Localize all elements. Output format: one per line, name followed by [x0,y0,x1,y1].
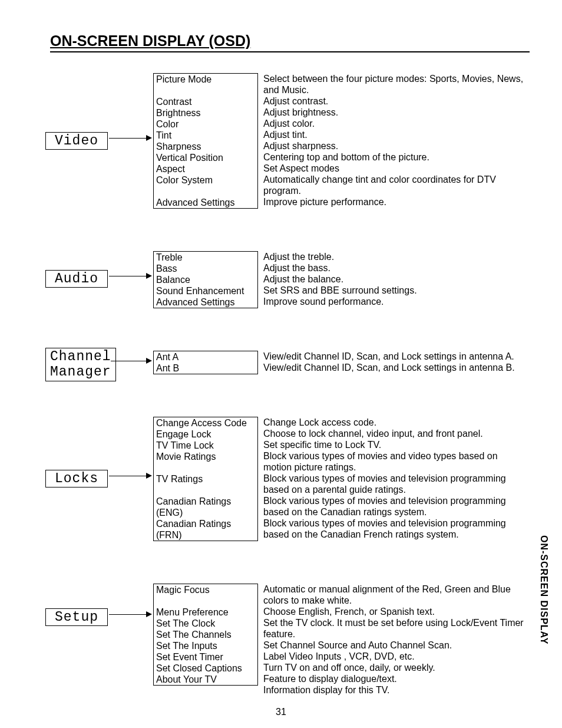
option-item: Ant A [154,351,257,363]
description-text: Set Aspect modes [263,163,528,174]
description-text: Adjust brightness. [263,107,528,118]
option-box: Magic FocusMenu PreferenceSet The ClockS… [153,584,258,686]
description-text: Select between the four picture modes: S… [263,73,528,95]
description-text: Improve picture performance. [263,196,528,207]
option-item: Aspect [154,163,257,174]
arrow-icon [109,470,152,482]
option-box: Picture ModeContrastBrightnessColorTintS… [153,73,258,209]
description-text: Improve sound performance. [263,296,528,307]
description-text: Adjust the balance. [263,274,528,285]
option-item: Brightness [154,107,257,118]
option-item: Movie Ratings [154,451,257,473]
category-label: Video [45,132,108,150]
description-column: Adjust the treble.Adjust the bass.Adjust… [263,251,528,307]
option-item: Menu Preference [154,607,257,618]
arrow-icon [109,271,152,282]
option-item: Canadian Ratings (FRN) [154,518,257,541]
description-text: Adjust tint. [263,129,528,140]
description-column: Select between the four picture modes: S… [263,73,528,207]
option-item: Set Event Timer [154,651,257,663]
description-text: Adjust contrast. [263,95,528,107]
sections-container: VideoPicture ModeContrastBrightnessColor… [50,73,530,691]
page-number: 31 [0,707,562,717]
description-text: Choose English, French, or Spanish text. [263,606,528,617]
description-text: Turn TV on and off once, daily, or weekl… [263,662,528,673]
option-item: Advanced Settings [154,297,257,308]
description-text: Block various types of movies and televi… [263,495,528,518]
description-text: Set Channel Source and Auto Channel Scan… [263,640,528,651]
description-text: Adjust the bass. [263,262,528,274]
description-text: Centering top and bottom of the picture. [263,151,528,163]
description-text: Block various types of movies and televi… [263,518,528,540]
option-item: Canadian Ratings (ENG) [154,496,257,518]
description-column: View/edit Channel ID, Scan, and Lock set… [263,351,528,373]
arrow-icon [109,133,152,144]
description-text: Adjust sharpness. [263,140,528,151]
description-text: Block various types of movies and video … [263,450,528,473]
category-label: Channel Manager [45,348,116,381]
category-label: Locks [45,470,108,487]
option-item: Advanced Settings [154,197,257,208]
category-label: Setup [45,608,108,626]
option-item: Treble [154,252,257,263]
description-text: Set specific time to Lock TV. [263,439,528,450]
option-item: TV Time Lock [154,440,257,451]
side-tab: ON-SCREEN DISPLAY [538,535,549,644]
option-item: Engage Lock [154,429,257,440]
arrow-icon [111,355,152,367]
option-item: Magic Focus [154,584,257,607]
description-text: Set SRS and BBE surround settings. [263,285,528,296]
description-text: Adjust color. [263,118,528,129]
option-item: Vertical Position [154,152,257,163]
option-item: Bass [154,263,257,274]
section-channel-manager: Channel ManagerAnt AAnt BView/edit Chann… [50,351,530,380]
option-item: About Your TV [154,674,257,685]
option-box: Ant AAnt B [153,351,258,374]
description-text: Automatically change tint and color coor… [263,174,528,196]
description-column: Change Lock access code.Choose to lock c… [263,417,528,540]
option-item: Color System [154,174,257,197]
section-locks: LocksChange Access CodeEngage LockTV Tim… [50,417,530,547]
section-audio: AudioTrebleBassBalanceSound EnhancementA… [50,251,530,314]
description-text: Set the TV clock. It must be set before … [263,617,528,640]
category-label: Audio [45,270,108,288]
option-item: Tint [154,130,257,141]
page-title: ON-SCREEN DISPLAY (OSD) [50,32,530,52]
description-text: Feature to display dialogue/text. [263,673,528,684]
option-item: Sound Enhancement [154,285,257,297]
arrow-icon [109,609,152,621]
description-column: Automatic or manual alignment of the Red… [263,584,528,696]
option-item: Set The Clock [154,618,257,629]
option-item: Contrast [154,96,257,107]
option-item: Set The Channels [154,629,257,640]
description-text: View/edit Channel ID, Scan, and Lock set… [263,351,528,362]
option-item: TV Ratings [154,473,257,496]
description-text: View/edit Channel ID, Scan, and Lock set… [263,362,528,373]
option-item: Ant B [154,363,257,374]
option-item: Sharpness [154,141,257,152]
description-text: Block various types of movies and televi… [263,473,528,495]
description-text: Information display for this TV. [263,684,528,696]
description-text: Label Video Inputs , VCR, DVD, etc. [263,651,528,662]
option-item: Picture Mode [154,74,257,96]
option-item: Set Closed Captions [154,663,257,674]
section-setup: SetupMagic FocusMenu PreferenceSet The C… [50,584,530,691]
option-item: Change Access Code [154,417,257,429]
description-text: Change Lock access code. [263,417,528,428]
option-item: Set The Inputs [154,640,257,651]
option-box: TrebleBassBalanceSound EnhancementAdvanc… [153,251,258,308]
option-item: Color [154,118,257,130]
description-text: Adjust the treble. [263,251,528,262]
option-box: Change Access CodeEngage LockTV Time Loc… [153,417,258,541]
description-text: Automatic or manual alignment of the Red… [263,584,528,606]
option-item: Balance [154,274,257,285]
section-video: VideoPicture ModeContrastBrightnessColor… [50,73,530,215]
description-text: Choose to lock channel, video input, and… [263,428,528,439]
